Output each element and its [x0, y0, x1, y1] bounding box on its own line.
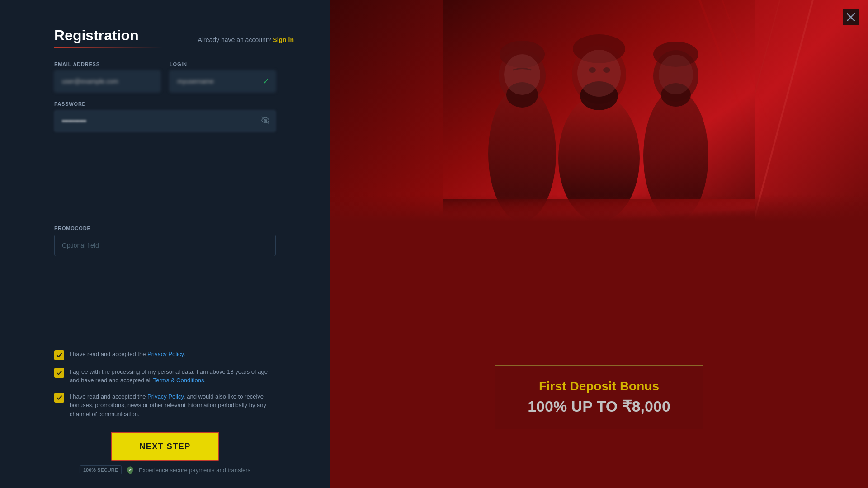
already-account-text: Already have an account? [198, 36, 271, 43]
login-label: LOGIN [170, 61, 276, 67]
checkbox-row-3: I have read and accepted the Privacy Pol… [54, 392, 276, 419]
checkbox-row-1: I have read and accepted the Privacy Pol… [54, 350, 276, 360]
privacy-policy-link-1[interactable]: Privacy Policy. [147, 351, 185, 357]
email-group: EMAIL ADDRESS [54, 61, 160, 92]
left-panel: Already have an account? Sign in Registr… [0, 0, 330, 488]
login-input-wrapper: ✓ [170, 70, 276, 92]
right-panel-lower: First Deposit Bonus 100% UP TO ₹8,000 [330, 221, 868, 488]
checkbox-1[interactable] [54, 350, 64, 360]
password-input-wrapper [54, 110, 276, 132]
players-area [330, 0, 868, 221]
right-panel: First Deposit Bonus 100% UP TO ₹8,000 [330, 0, 868, 488]
bonus-title: First Deposit Bonus [514, 379, 684, 394]
checkbox-3[interactable] [54, 393, 64, 403]
eye-icon[interactable] [261, 116, 269, 126]
password-group: PASSWORD [54, 101, 276, 216]
promocode-label: PROMOCODE [54, 225, 276, 231]
title-underline [54, 47, 163, 48]
checkbox-row-2: I agree with the processing of my person… [54, 367, 276, 385]
player-overlay [330, 194, 868, 221]
svg-point-20 [577, 50, 621, 97]
sign-in-link[interactable]: Sign in [273, 36, 294, 43]
promocode-group: PROMOCODE [54, 225, 276, 341]
already-account-section: Already have an account? Sign in [198, 36, 294, 43]
password-label: PASSWORD [54, 101, 276, 107]
shield-icon [126, 466, 134, 474]
next-step-button[interactable]: NEXT STEP [111, 432, 219, 461]
promocode-input[interactable] [54, 235, 276, 256]
close-icon [847, 13, 855, 21]
bonus-amount: 100% UP TO ₹8,000 [514, 397, 684, 415]
email-login-row: EMAIL ADDRESS LOGIN ✓ [54, 61, 276, 92]
secure-text: Experience secure payments and transfers [139, 467, 250, 474]
privacy-policy-link-2[interactable]: Privacy Policy [147, 393, 184, 400]
terms-conditions-link[interactable]: Terms & Conditions. [153, 377, 206, 384]
email-label: EMAIL ADDRESS [54, 61, 160, 67]
checkboxes-section: I have read and accepted the Privacy Pol… [54, 350, 276, 419]
password-input[interactable] [54, 110, 276, 132]
check-icon: ✓ [263, 76, 269, 86]
login-input[interactable] [170, 70, 276, 92]
checkbox-2-text: I agree with the processing of my person… [70, 367, 276, 385]
players-illustration [330, 0, 868, 221]
secure-badge: 100% SECURE [80, 465, 122, 474]
checkbox-2[interactable] [54, 368, 64, 378]
bonus-box: First Deposit Bonus 100% UP TO ₹8,000 [495, 365, 703, 429]
checkbox-3-text: I have read and accepted the Privacy Pol… [70, 392, 276, 419]
svg-point-21 [659, 55, 693, 94]
close-button[interactable] [843, 9, 859, 25]
secure-footer: 100% SECURE Experience secure payments a… [80, 465, 250, 474]
svg-point-19 [504, 54, 540, 95]
login-group: LOGIN ✓ [170, 61, 276, 92]
email-input[interactable] [54, 70, 160, 92]
checkbox-1-text: I have read and accepted the Privacy Pol… [70, 350, 185, 359]
